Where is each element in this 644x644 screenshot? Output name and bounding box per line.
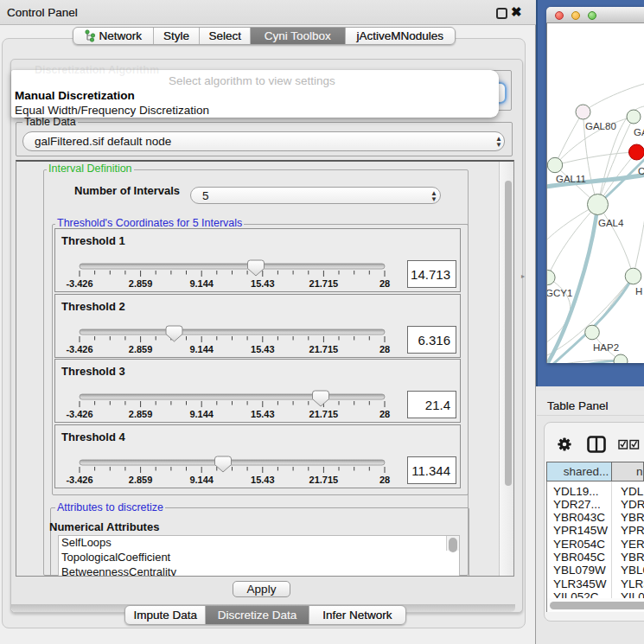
svg-text:-3.426: -3.426	[66, 475, 92, 485]
svg-text:28: 28	[379, 475, 390, 485]
svg-text:21.715: 21.715	[309, 475, 339, 485]
svg-text:2.859: 2.859	[129, 409, 153, 419]
svg-text:9.144: 9.144	[189, 409, 214, 419]
svg-text:28: 28	[379, 344, 390, 354]
svg-text:GAL4: GAL4	[598, 218, 624, 228]
svg-text:-3.426: -3.426	[66, 409, 92, 419]
svg-text:GAL11: GAL11	[556, 174, 586, 184]
svg-text:GAL80: GAL80	[585, 121, 616, 131]
svg-text:15.43: 15.43	[251, 344, 275, 354]
svg-text:GCY1: GCY1	[547, 288, 572, 298]
svg-text:21.715: 21.715	[309, 344, 339, 354]
svg-text:C: C	[638, 166, 644, 176]
svg-text:-3.426: -3.426	[66, 344, 92, 354]
svg-text:HAP2: HAP2	[593, 342, 619, 353]
svg-text:15.43: 15.43	[251, 409, 275, 419]
svg-text:9.144: 9.144	[189, 278, 214, 289]
svg-text:9.144: 9.144	[189, 475, 214, 485]
svg-text:2.859: 2.859	[129, 475, 153, 485]
svg-text:9.144: 9.144	[189, 344, 214, 354]
svg-text:28: 28	[379, 278, 390, 289]
svg-text:H: H	[635, 286, 642, 296]
svg-text:21.715: 21.715	[309, 278, 339, 289]
svg-text:2.859: 2.859	[129, 344, 153, 354]
svg-text:28: 28	[379, 409, 390, 419]
svg-text:21.715: 21.715	[309, 409, 339, 419]
svg-text:15.43: 15.43	[251, 475, 275, 485]
svg-text:GA: GA	[634, 127, 644, 137]
svg-text:15.43: 15.43	[251, 278, 275, 289]
svg-text:2.859: 2.859	[129, 278, 153, 289]
svg-text:-3.426: -3.426	[66, 278, 92, 289]
